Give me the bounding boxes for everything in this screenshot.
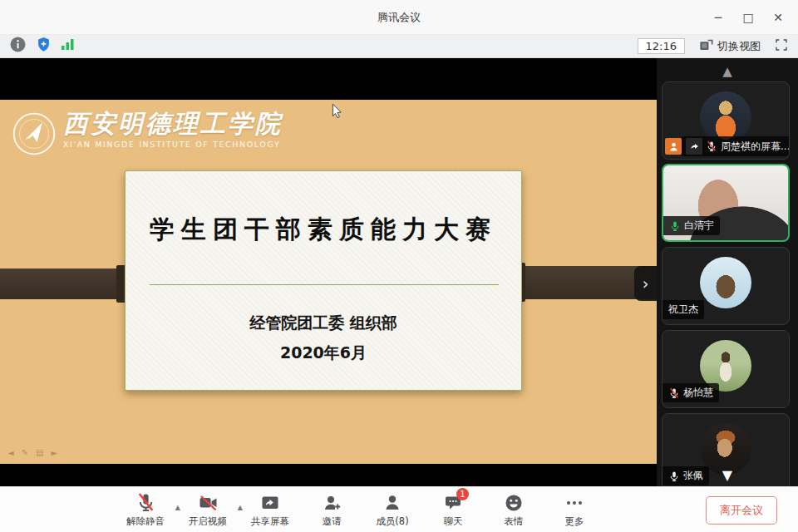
members-button[interactable]: 成员(8) bbox=[374, 493, 411, 528]
scroll-up-icon[interactable]: ▲ bbox=[657, 64, 798, 79]
school-name-en: XI'AN MINGDE INSTITUTE OF TECHNOLOGY bbox=[63, 140, 283, 149]
invite-icon bbox=[322, 493, 342, 513]
school-name-cn: 西安明德理工学院 bbox=[63, 110, 283, 138]
slide-date: 2020年6月 bbox=[126, 342, 521, 364]
presenter-icon bbox=[665, 138, 682, 155]
emoji-icon bbox=[504, 493, 524, 513]
expand-caret-icon[interactable]: ▲ bbox=[238, 504, 243, 511]
prev-arrow-icon: ◄ bbox=[7, 448, 14, 457]
slide-title: 学生团干部素质能力大赛 bbox=[126, 213, 521, 247]
participant-name: 周楚祺的屏幕... bbox=[721, 140, 790, 154]
more-icon bbox=[564, 493, 584, 513]
slide-card: 学生团干部素质能力大赛 经管院团工委 组织部 2020年6月 bbox=[125, 170, 522, 391]
participant-name: 白清宇 bbox=[684, 219, 714, 233]
grid-icon: ▤ bbox=[36, 448, 43, 457]
slide-divider bbox=[150, 284, 499, 285]
presenter-tools: ◄ ✎ ▤ ► bbox=[7, 448, 57, 457]
leave-meeting-button[interactable]: 离开会议 bbox=[706, 496, 777, 525]
window-title: 腾讯会议 bbox=[0, 0, 798, 35]
mic-icon bbox=[706, 140, 717, 152]
participant-tile[interactable]: 祝卫杰 bbox=[662, 247, 790, 325]
scroll-down-icon[interactable]: ▼ bbox=[657, 467, 798, 483]
members-icon bbox=[382, 493, 402, 513]
close-button[interactable]: ✕ bbox=[763, 0, 793, 35]
control-bar: 解除静音 ▲ 开启视频 ▲ 共享屏幕 邀请 成员(8) 聊天 1 表情 更多 离… bbox=[0, 486, 798, 532]
pen-icon: ✎ bbox=[22, 448, 28, 457]
unread-badge: 1 bbox=[456, 488, 469, 500]
chat-button[interactable]: 聊天 1 bbox=[435, 493, 471, 528]
decor-ribbon-left bbox=[0, 268, 123, 299]
next-arrow-icon: ► bbox=[52, 448, 58, 457]
minimize-button[interactable]: ─ bbox=[703, 0, 733, 35]
title-bar: 腾讯会议 ─ □ ✕ bbox=[0, 0, 798, 35]
shared-screen-stage: 西安明德理工学院 XI'AN MINGDE INSTITUTE OF TECHN… bbox=[0, 58, 657, 486]
slide-organization: 经管院团工委 组织部 bbox=[126, 313, 521, 334]
switch-view-label: 切换视图 bbox=[717, 39, 761, 54]
share-screen-icon bbox=[260, 493, 280, 513]
meeting-toolbar: 12:16 切换视图 bbox=[0, 35, 798, 58]
next-slide-button[interactable]: › bbox=[634, 266, 657, 301]
invite-button[interactable]: 邀请 bbox=[313, 493, 350, 528]
fullscreen-icon[interactable] bbox=[775, 38, 788, 55]
meeting-info-icon[interactable] bbox=[10, 37, 26, 56]
school-emblem-icon bbox=[12, 111, 57, 156]
screen-share-icon bbox=[686, 138, 702, 155]
security-shield-icon[interactable] bbox=[37, 37, 51, 56]
mouse-cursor-icon bbox=[332, 103, 343, 122]
maximize-button[interactable]: □ bbox=[733, 0, 763, 35]
expand-caret-icon[interactable]: ▲ bbox=[175, 504, 180, 511]
camera-off-icon bbox=[197, 493, 219, 513]
participant-sidebar: ▲ 周楚祺的屏幕... 白清宇 bbox=[657, 58, 798, 486]
more-button[interactable]: 更多 bbox=[556, 493, 593, 528]
switch-view-button[interactable]: 切换视图 bbox=[699, 38, 761, 54]
meeting-timer: 12:16 bbox=[638, 38, 685, 54]
participant-tile[interactable]: 白清宇 bbox=[662, 164, 790, 242]
network-signal-icon[interactable] bbox=[62, 38, 75, 54]
participant-name: 杨怡慧 bbox=[683, 386, 713, 400]
avatar bbox=[700, 91, 751, 143]
participant-tile[interactable]: 杨怡慧 bbox=[662, 330, 790, 408]
camera-off-button[interactable]: 开启视频 ▲ bbox=[189, 493, 227, 528]
participant-tile[interactable]: 周楚祺的屏幕... bbox=[662, 81, 790, 160]
view-layout-icon bbox=[699, 38, 713, 54]
emoji-button[interactable]: 表情 bbox=[495, 493, 532, 528]
mic-icon bbox=[669, 220, 681, 232]
avatar bbox=[700, 257, 751, 308]
school-logo: 西安明德理工学院 XI'AN MINGDE INSTITUTE OF TECHN… bbox=[12, 110, 283, 156]
mic-muted-icon bbox=[135, 493, 156, 513]
mic-muted-button[interactable]: 解除静音 ▲ bbox=[126, 493, 165, 528]
share-screen-button[interactable]: 共享屏幕 bbox=[251, 493, 289, 528]
participant-name: 祝卫杰 bbox=[668, 303, 698, 317]
slide-background: 西安明德理工学院 XI'AN MINGDE INSTITUTE OF TECHN… bbox=[0, 100, 657, 464]
mic-icon bbox=[668, 387, 680, 399]
